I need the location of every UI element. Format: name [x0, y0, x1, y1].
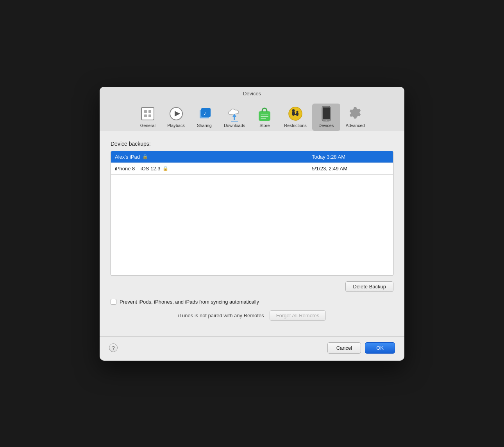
tab-sharing-label: Sharing — [197, 123, 212, 128]
backup-device-name-1: Alex's iPad — [115, 154, 140, 160]
general-icon — [140, 106, 155, 122]
tab-sharing[interactable]: ♪ Sharing — [190, 104, 218, 131]
restrictions-icon — [288, 106, 303, 122]
store-icon — [257, 106, 272, 122]
tab-advanced[interactable]: Advanced — [340, 104, 370, 131]
svg-rect-4 — [148, 114, 151, 117]
preferences-dialog: Devices General — [100, 87, 404, 361]
delete-backup-button[interactable]: Delete Backup — [345, 281, 393, 292]
backup-device-name-2: iPhone 8 – iOS 12.3 — [115, 166, 160, 172]
backups-section-label: Device backups: — [111, 141, 393, 147]
backup-device-2: iPhone 8 – iOS 12.3 🔒 — [111, 163, 307, 174]
svg-point-18 — [292, 109, 295, 112]
ok-button[interactable]: OK — [365, 342, 395, 354]
tab-playback-label: Playback — [167, 123, 185, 128]
backup-table: Alex's iPad 🔒 Today 3:28 AM iPhone 8 – i… — [111, 151, 393, 276]
tab-store-label: Store — [259, 123, 270, 128]
svg-rect-22 — [323, 107, 330, 119]
svg-rect-12 — [231, 121, 238, 122]
svg-rect-1 — [144, 110, 147, 113]
sharing-icon: ♪ — [197, 106, 212, 122]
tab-store[interactable]: Store — [250, 104, 279, 131]
remotes-text: iTunes is not paired with any Remotes — [178, 313, 264, 318]
title-bar: Devices General — [100, 87, 404, 131]
bottom-bar: ? Cancel OK — [100, 337, 404, 361]
tab-general[interactable]: General — [134, 104, 162, 131]
tab-advanced-label: Advanced — [346, 123, 365, 128]
delete-backup-row: Delete Backup — [111, 281, 393, 292]
tab-general-label: General — [140, 123, 155, 128]
playback-icon — [168, 106, 184, 122]
svg-text:♪: ♪ — [204, 110, 206, 116]
prevent-sync-label: Prevent iPods, iPhones, and iPads from s… — [120, 299, 259, 305]
remotes-row: iTunes is not paired with any Remotes Fo… — [111, 310, 393, 321]
prevent-sync-checkbox[interactable] — [111, 299, 116, 305]
svg-rect-16 — [261, 118, 266, 119]
tab-devices-label: Devices — [318, 123, 334, 128]
toolbar: General Playback — [100, 100, 404, 131]
devices-icon — [318, 106, 334, 122]
svg-rect-2 — [148, 110, 151, 113]
downloads-icon — [227, 106, 242, 122]
tab-restrictions[interactable]: Restrictions — [279, 104, 312, 131]
backup-device-1: Alex's iPad 🔒 — [111, 151, 307, 163]
help-button[interactable]: ? — [109, 343, 118, 352]
bottom-buttons: Cancel OK — [327, 342, 395, 354]
tab-restrictions-label: Restrictions — [284, 123, 306, 128]
svg-rect-3 — [144, 114, 147, 117]
svg-rect-14 — [261, 114, 268, 114]
main-content: Device backups: Alex's iPad 🔒 Today 3:28… — [100, 131, 404, 331]
backup-row-2[interactable]: iPhone 8 – iOS 12.3 🔒 5/1/23, 2:49 AM — [111, 163, 393, 175]
backup-row-1[interactable]: Alex's iPad 🔒 Today 3:28 AM — [111, 151, 393, 163]
tab-devices[interactable]: Devices — [312, 104, 340, 131]
svg-rect-24 — [324, 107, 328, 107]
svg-rect-0 — [141, 107, 154, 120]
svg-rect-15 — [261, 116, 268, 117]
tab-playback[interactable]: Playback — [162, 104, 190, 131]
backup-date-1: Today 3:28 AM — [307, 151, 393, 163]
tab-downloads[interactable]: Downloads — [218, 104, 250, 131]
svg-rect-11 — [234, 117, 235, 120]
prevent-sync-row: Prevent iPods, iPhones, and iPads from s… — [111, 299, 393, 305]
tab-downloads-label: Downloads — [224, 123, 245, 128]
forget-remotes-button[interactable]: Forget All Remotes — [270, 310, 326, 321]
cancel-button[interactable]: Cancel — [327, 342, 361, 354]
advanced-icon — [347, 106, 363, 122]
backup-date-2: 5/1/23, 2:49 AM — [307, 163, 393, 174]
svg-point-17 — [289, 107, 302, 120]
dialog-title: Devices — [100, 91, 404, 97]
svg-point-23 — [325, 120, 327, 121]
lock-icon-2: 🔒 — [163, 166, 168, 171]
lock-icon-1: 🔒 — [142, 154, 148, 159]
